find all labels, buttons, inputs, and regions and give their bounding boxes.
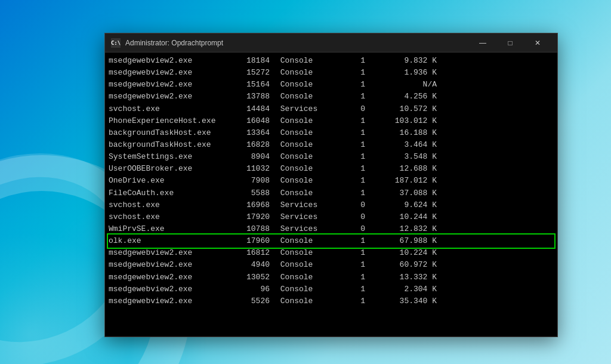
minimize-button[interactable]: —	[469, 33, 496, 53]
process-name: UserOOBEBroker.exe	[109, 163, 234, 175]
close-button[interactable]: ✕	[524, 33, 551, 53]
process-session-num: 1	[341, 163, 371, 175]
table-row: OneDrive.exe 7908 Console 1 187.012 K	[109, 175, 554, 187]
process-list: msedgewebview2.exe 18184 Console 1 9.832…	[105, 53, 557, 310]
process-name: msedgewebview2.exe	[109, 283, 234, 295]
process-session: Services	[276, 211, 341, 223]
process-session-num: 1	[341, 55, 371, 67]
process-session: Services	[276, 223, 341, 235]
process-session-num: 0	[341, 223, 371, 235]
table-row: backgroundTaskHost.exe 16828 Console 1 3…	[109, 139, 554, 151]
process-session-num: 1	[341, 247, 371, 259]
window-controls: — □ ✕	[469, 33, 551, 53]
process-session-num: 1	[341, 139, 371, 151]
process-pid: 10788	[234, 223, 276, 235]
process-session: Console	[276, 235, 341, 247]
process-session-num: 1	[341, 127, 371, 139]
process-session: Console	[276, 67, 341, 79]
process-name: msedgewebview2.exe	[109, 259, 234, 271]
table-row: msedgewebview2.exe 13052 Console 1 13.33…	[109, 272, 554, 283]
process-session: Services	[276, 199, 341, 211]
process-session: Console	[276, 115, 341, 127]
process-session-num: 0	[341, 211, 371, 223]
process-memory: 4.256 K	[371, 91, 437, 103]
process-memory: 103.012 K	[371, 115, 437, 127]
process-memory: 9.624 K	[371, 199, 437, 211]
process-pid: 16968	[234, 199, 276, 211]
process-name: svchost.exe	[109, 103, 234, 115]
process-session-num: 1	[341, 295, 371, 307]
process-name: msedgewebview2.exe	[109, 55, 234, 67]
process-session-num: 1	[341, 272, 371, 283]
process-memory: 3.464 K	[371, 139, 437, 151]
process-memory: 10.224 K	[371, 247, 437, 259]
table-row: msedgewebview2.exe 96 Console 1 2.304 K	[109, 283, 554, 295]
table-row: msedgewebview2.exe 18184 Console 1 9.832…	[109, 55, 554, 67]
maximize-button[interactable]: □	[496, 33, 524, 53]
process-memory: 12.688 K	[371, 163, 437, 175]
process-pid: 15164	[234, 79, 276, 91]
process-session: Console	[276, 295, 341, 307]
table-row: UserOOBEBroker.exe 11032 Console 1 12.68…	[109, 163, 554, 175]
process-session: Services	[276, 103, 341, 115]
process-pid: 8904	[234, 151, 276, 163]
process-memory: 187.012 K	[371, 175, 437, 187]
table-row: svchost.exe 14484 Services 0 10.572 K	[109, 103, 554, 115]
process-session-num: 1	[341, 235, 371, 247]
table-row: WmiPrvSE.exe 10788 Services 0 12.832 K	[109, 223, 554, 235]
table-row: backgroundTaskHost.exe 13364 Console 1 1…	[109, 127, 554, 139]
process-session: Console	[276, 91, 341, 103]
process-session-num: 1	[341, 115, 371, 127]
process-memory: 10.572 K	[371, 103, 437, 115]
process-session-num: 0	[341, 199, 371, 211]
process-session: Console	[276, 247, 341, 259]
table-row: msedgewebview2.exe 15164 Console 1 N/A	[109, 79, 554, 91]
process-pid: 13052	[234, 272, 276, 283]
process-memory: 10.244 K	[371, 211, 437, 223]
process-name: SystemSettings.exe	[109, 151, 234, 163]
process-pid: 11032	[234, 163, 276, 175]
table-row: msedgewebview2.exe 16812 Console 1 10.22…	[109, 247, 554, 259]
process-name: olk.exe	[109, 235, 234, 247]
process-memory: 35.340 K	[371, 295, 437, 307]
process-pid: 5526	[234, 295, 276, 307]
cmd-titlebar: C:\ Administrator: Opdrachtprompt — □ ✕	[105, 33, 557, 53]
process-session: Console	[276, 187, 341, 199]
process-session: Console	[276, 272, 341, 283]
process-memory: 12.832 K	[371, 223, 437, 235]
process-session-num: 1	[341, 175, 371, 187]
process-name: msedgewebview2.exe	[109, 247, 234, 259]
cmd-icon: C:\	[111, 38, 121, 48]
window-title: Administrator: Opdrachtprompt	[125, 39, 464, 47]
table-row: msedgewebview2.exe 4940 Console 1 60.972…	[109, 259, 554, 271]
process-pid: 13788	[234, 91, 276, 103]
process-memory: 3.548 K	[371, 151, 437, 163]
process-session: Console	[276, 139, 341, 151]
process-pid: 16812	[234, 247, 276, 259]
process-pid: 14484	[234, 103, 276, 115]
process-name: backgroundTaskHost.exe	[109, 127, 234, 139]
process-pid: 17920	[234, 211, 276, 223]
table-row: SystemSettings.exe 8904 Console 1 3.548 …	[109, 151, 554, 163]
table-row: svchost.exe 16968 Services 0 9.624 K	[109, 199, 554, 211]
process-memory: 13.332 K	[371, 272, 437, 283]
process-name: msedgewebview2.exe	[109, 79, 234, 91]
process-memory: 2.304 K	[371, 283, 437, 295]
process-name: backgroundTaskHost.exe	[109, 139, 234, 151]
process-session: Console	[276, 55, 341, 67]
table-row: msedgewebview2.exe 15272 Console 1 1.936…	[109, 67, 554, 79]
process-session-num: 1	[341, 187, 371, 199]
table-row: msedgewebview2.exe 5526 Console 1 35.340…	[109, 295, 554, 307]
process-session: Console	[276, 163, 341, 175]
table-row: FileCoAuth.exe 5588 Console 1 37.088 K	[109, 187, 554, 199]
process-pid: 5588	[234, 187, 276, 199]
process-session-num: 1	[341, 283, 371, 295]
process-memory: 9.832 K	[371, 55, 437, 67]
table-row: PhoneExperienceHost.exe 16048 Console 1 …	[109, 115, 554, 127]
process-session: Console	[276, 79, 341, 91]
process-pid: 13364	[234, 127, 276, 139]
process-pid: 17960	[234, 235, 276, 247]
process-session-num: 0	[341, 103, 371, 115]
process-session-num: 1	[341, 151, 371, 163]
process-session: Console	[276, 175, 341, 187]
